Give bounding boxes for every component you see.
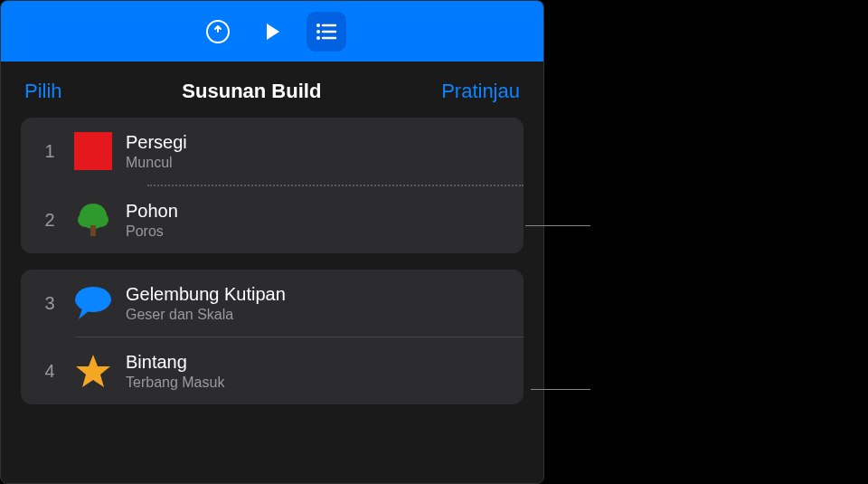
row-text: Persegi Muncul (126, 132, 509, 171)
play-icon (259, 19, 285, 44)
svg-point-9 (92, 213, 108, 227)
speech-bubble-icon (71, 281, 115, 325)
row-title: Bintang (126, 352, 509, 373)
row-subtitle: Poros (126, 223, 509, 240)
build-row[interactable]: 1 Persegi Muncul (21, 118, 524, 185)
build-row[interactable]: 4 Bintang Terbang Masuk (21, 337, 524, 404)
undo-button[interactable] (198, 12, 238, 52)
build-group: 3 Gelembung Kutipan Geser dan Skala 4 (21, 270, 524, 404)
list-icon (313, 18, 340, 45)
svg-point-3 (316, 36, 320, 40)
row-number: 1 (35, 141, 64, 162)
build-group: 1 Persegi Muncul 2 (21, 118, 524, 253)
preview-link[interactable]: Pratinjau (441, 80, 520, 103)
build-row[interactable]: 3 Gelembung Kutipan Geser dan Skala (21, 270, 524, 337)
tree-icon (71, 198, 115, 242)
build-row[interactable]: 2 Pohon Poros (21, 186, 524, 253)
svg-point-8 (78, 213, 94, 227)
callout-line (525, 225, 590, 226)
row-number: 4 (35, 361, 64, 382)
row-title: Pohon (126, 201, 509, 222)
row-title: Persegi (126, 132, 509, 153)
svg-rect-10 (90, 225, 96, 236)
row-title: Gelembung Kutipan (126, 284, 509, 305)
list-button[interactable] (307, 12, 346, 52)
row-subtitle: Geser dan Skala (126, 307, 509, 323)
panel-title: Susunan Build (182, 80, 321, 103)
subheader: Pilih Susunan Build Pratinjau (1, 62, 543, 118)
svg-point-2 (316, 30, 320, 33)
row-subtitle: Terbang Masuk (126, 375, 509, 391)
callout-line (531, 389, 590, 390)
square-icon (71, 129, 115, 173)
svg-point-1 (316, 24, 320, 27)
select-link[interactable]: Pilih (24, 80, 62, 103)
row-number: 2 (35, 210, 64, 231)
row-subtitle: Muncul (126, 155, 509, 171)
build-order-panel: Pilih Susunan Build Pratinjau 1 Persegi … (0, 0, 544, 484)
toolbar (1, 1, 543, 62)
row-text: Gelembung Kutipan Geser dan Skala (126, 284, 509, 323)
build-list: 1 Persegi Muncul 2 (1, 118, 543, 404)
undo-icon (203, 17, 232, 46)
row-number: 3 (35, 293, 64, 314)
play-button[interactable] (252, 12, 292, 52)
row-text: Bintang Terbang Masuk (126, 352, 509, 391)
svg-point-11 (75, 287, 111, 312)
star-icon (71, 349, 115, 393)
row-text: Pohon Poros (126, 201, 509, 240)
